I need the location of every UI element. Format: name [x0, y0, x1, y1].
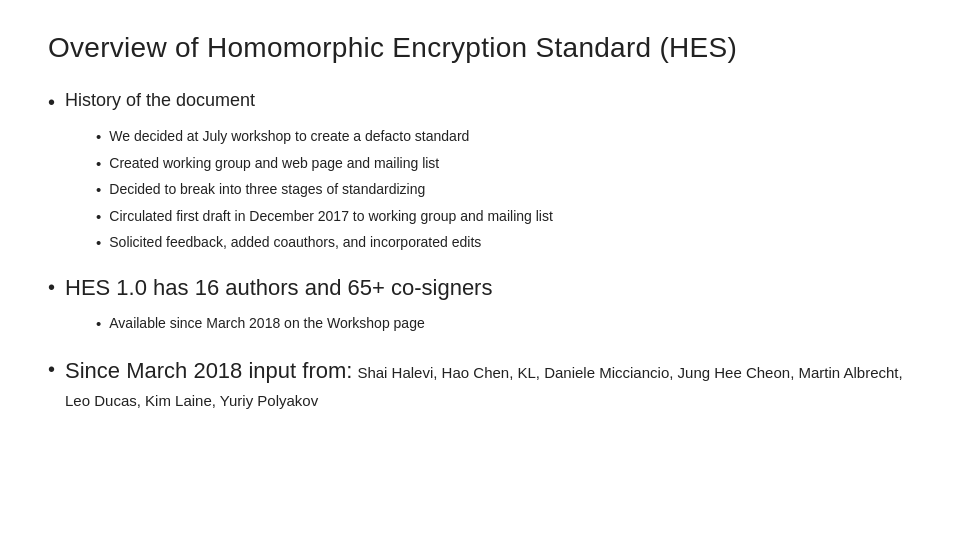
list-item: • Created working group and web page and… — [96, 153, 912, 176]
list-item: • Decided to break into three stages of … — [96, 179, 912, 202]
sub-dot-6: • — [96, 313, 101, 336]
history-sub-bullets: • We decided at July workshop to create … — [96, 126, 912, 255]
sub-text-3: Decided to break into three stages of st… — [109, 179, 425, 200]
sub-text-2: Created working group and web page and m… — [109, 153, 439, 174]
section-history: • History of the document • We decided a… — [48, 88, 912, 255]
main-bullet-history: • History of the document — [48, 88, 912, 116]
hes-sub-bullets: • Available since March 2018 on the Work… — [96, 313, 912, 336]
sub-text-1: We decided at July workshop to create a … — [109, 126, 469, 147]
slide-title: Overview of Homomorphic Encryption Stand… — [48, 32, 912, 64]
list-item: • Solicited feedback, added coauthors, a… — [96, 232, 912, 255]
main-bullet-since: • Since March 2018 input from: Shai Hale… — [48, 354, 912, 414]
since-text: Since March 2018 input from: Shai Halevi… — [65, 354, 912, 414]
history-label: History of the document — [65, 88, 255, 113]
sub-dot-2: • — [96, 153, 101, 176]
list-item: • Circulated first draft in December 201… — [96, 206, 912, 229]
bullet-dot-2: • — [48, 273, 55, 301]
bullet-dot-3: • — [48, 354, 55, 384]
sub-dot-1: • — [96, 126, 101, 149]
list-item: • We decided at July workshop to create … — [96, 126, 912, 149]
hes-label: HES 1.0 has 16 authors and 65+ co-signer… — [65, 273, 492, 304]
sub-text-5: Solicited feedback, added coauthors, and… — [109, 232, 481, 253]
main-bullet-hes: • HES 1.0 has 16 authors and 65+ co-sign… — [48, 273, 912, 304]
sub-dot-4: • — [96, 206, 101, 229]
sub-text-4: Circulated first draft in December 2017 … — [109, 206, 553, 227]
sub-dot-5: • — [96, 232, 101, 255]
section-hes: • HES 1.0 has 16 authors and 65+ co-sign… — [48, 273, 912, 336]
since-label-large: Since March 2018 input from: — [65, 358, 352, 383]
sub-text-6: Available since March 2018 on the Worksh… — [109, 313, 424, 334]
slide: Overview of Homomorphic Encryption Stand… — [0, 0, 960, 540]
bullet-dot-1: • — [48, 88, 55, 116]
section-since: • Since March 2018 input from: Shai Hale… — [48, 354, 912, 414]
list-item: • Available since March 2018 on the Work… — [96, 313, 912, 336]
sub-dot-3: • — [96, 179, 101, 202]
